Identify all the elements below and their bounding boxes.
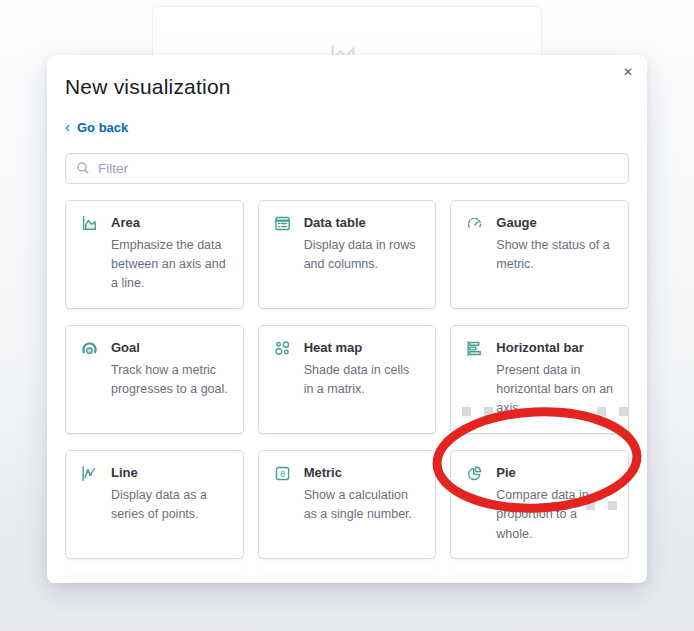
svg-text:8: 8 (88, 348, 91, 353)
visualization-card-data-table[interactable]: Data table Display data in rows and colu… (258, 200, 437, 309)
visualization-card-area[interactable]: Area Emphasize the data between an axis … (65, 200, 244, 309)
visualization-card-metric[interactable]: 8 Metric Show a calculation as a single … (258, 450, 437, 559)
checker-artifact (462, 407, 471, 416)
gauge-icon (466, 214, 484, 232)
goal-icon: 8 (81, 339, 99, 357)
card-description: Show the status of a metric. (496, 236, 614, 275)
card-description: Display data in rows and columns. (304, 236, 422, 275)
card-description: Track how a metric progresses to a goal. (111, 361, 229, 400)
checker-artifact (586, 501, 595, 510)
visualization-card-tag-cloud[interactable]: Tag cloud Display word frequency with fo… (65, 575, 244, 583)
go-back-label: Go back (77, 120, 128, 135)
checker-artifact (597, 407, 606, 416)
card-title: Heat map (304, 339, 422, 357)
visualization-card-goal[interactable]: 8 Goal Track how a metric progresses to … (65, 325, 244, 434)
svg-text:8: 8 (280, 468, 285, 478)
card-description: Show a calculation as a single number. (304, 486, 422, 525)
visualization-card-vertical-bar[interactable]: Vertical bar Present data in vertical ba… (450, 575, 629, 583)
card-description: Emphasize the data between an axis and a… (111, 236, 229, 294)
card-description: Display data as a series of points. (111, 486, 229, 525)
visualization-card-timelion[interactable]: Timelion Show time series data on a grap… (258, 575, 437, 583)
visualization-card-pie[interactable]: Pie Compare data in proportion to a whol… (450, 450, 629, 559)
page-title: New visualization (65, 75, 629, 99)
visualization-card-heat-map[interactable]: Heat map Shade data in cells in a matrix… (258, 325, 437, 434)
heat-map-icon (274, 339, 292, 357)
filter-input[interactable] (98, 161, 618, 176)
filter-search-box[interactable] (65, 153, 629, 184)
card-title: Line (111, 464, 229, 482)
card-title: Goal (111, 339, 229, 357)
visualization-card-gauge[interactable]: Gauge Show the status of a metric. (450, 200, 629, 309)
line-chart-icon (81, 464, 99, 482)
search-icon (76, 161, 90, 175)
card-description: Shade data in cells in a matrix. (304, 361, 422, 400)
card-title: Gauge (496, 214, 614, 232)
close-icon[interactable]: ✕ (617, 61, 639, 83)
new-visualization-modal: ✕ New visualization ‹ Go back Area Empha… (47, 55, 647, 583)
go-back-link[interactable]: ‹ Go back (65, 120, 128, 135)
data-table-icon (274, 214, 292, 232)
visualization-card-horizontal-bar[interactable]: Horizontal bar Present data in horizonta… (450, 325, 629, 434)
card-title: Area (111, 214, 229, 232)
card-description: Compare data in proportion to a whole. (496, 486, 614, 544)
metric-icon: 8 (274, 464, 292, 482)
checker-artifact (484, 407, 493, 416)
area-chart-icon (81, 214, 99, 232)
chevron-left-icon: ‹ (65, 122, 70, 132)
checker-artifact (619, 407, 628, 416)
card-title: Horizontal bar (496, 339, 614, 357)
visualization-card-line[interactable]: Line Display data as a series of points. (65, 450, 244, 559)
checker-artifact (608, 501, 617, 510)
pie-chart-icon (466, 464, 484, 482)
horizontal-bar-icon (466, 339, 484, 357)
card-title: Metric (304, 464, 422, 482)
card-title: Data table (304, 214, 422, 232)
card-title: Pie (496, 464, 614, 482)
visualization-card-grid: Area Emphasize the data between an axis … (65, 200, 629, 584)
